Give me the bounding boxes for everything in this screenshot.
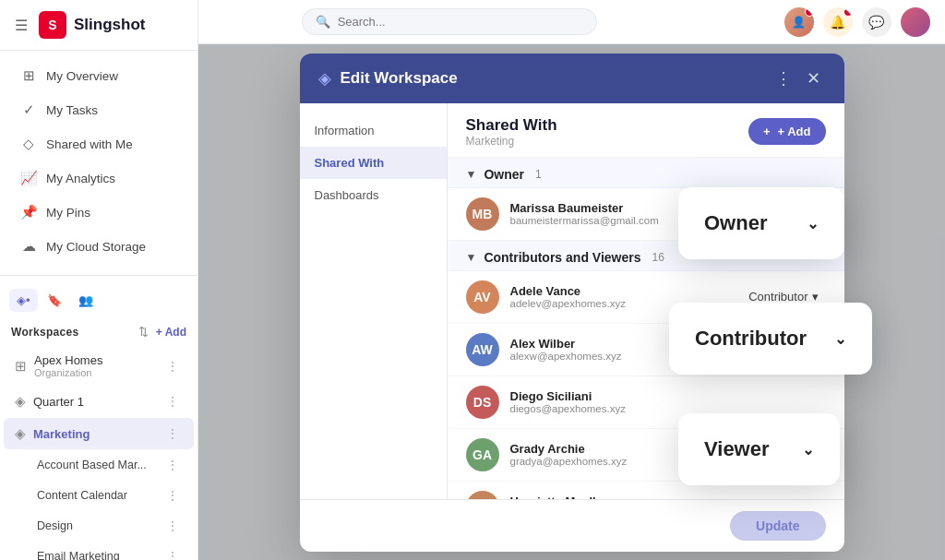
main-nav: ⊞ My Overview ✓ My Tasks ◇ Shared with M… — [0, 51, 197, 271]
sidebar-item-cloud[interactable]: ☁ My Cloud Storage — [6, 230, 192, 263]
search-box[interactable]: 🔍 — [302, 8, 597, 35]
app-logo: S — [39, 11, 66, 39]
sidebar-item-shared[interactable]: ◇ Shared with Me — [6, 127, 192, 161]
workspace-actions: ⇅ + Add — [137, 323, 186, 340]
modal-close-button[interactable]: ✕ — [801, 66, 826, 90]
sub-item-account[interactable]: Account Based Mar... ⋮ — [31, 450, 194, 480]
marketing-icon: ◈ — [15, 425, 26, 442]
sidebar-item-pins[interactable]: 📌 My Pins — [6, 196, 192, 229]
bell-icon: 🔔 — [830, 15, 845, 30]
workspace-tabs: ◈• 🔖 👥 — [0, 285, 197, 317]
apex-info: Apex Homes Organization — [34, 353, 102, 378]
apex-item-left: ⊞ Apex Homes Organization — [15, 353, 102, 378]
alex-avatar: AW — [466, 333, 499, 366]
notification-bell[interactable]: 🔔 — [823, 7, 853, 37]
marketing-name: Marketing — [33, 427, 90, 441]
contributor-option[interactable]: Contributor ⌄ — [695, 321, 846, 356]
viewer-chevron-icon: ⌄ — [802, 441, 814, 459]
sidebar-item-overview[interactable]: ⊞ My Overview — [6, 59, 192, 92]
adele-name: Adele Vance — [510, 284, 731, 298]
owner-collapse-button[interactable]: ▼ — [466, 168, 477, 181]
workspace-item-apex[interactable]: ⊞ Apex Homes Organization ⋮ — [4, 347, 194, 385]
tasks-icon: ✓ — [20, 101, 37, 118]
marketing-menu-button[interactable]: ⋮ — [162, 424, 183, 443]
email-menu[interactable]: ⋮ — [162, 547, 183, 560]
sort-button[interactable]: ⇅ — [137, 323, 150, 340]
viewer-option[interactable]: Viewer ⌄ — [704, 432, 814, 467]
modal-nav-information[interactable]: Information — [300, 114, 447, 147]
modal-main-title-group: Shared With Marketing — [466, 116, 557, 148]
ws-tab-members[interactable]: 👥 — [71, 289, 101, 312]
owner-option-owner[interactable]: Owner ⌄ — [704, 206, 819, 241]
contributor-role-dropdown-popup[interactable]: Contributor ⌄ — [669, 303, 872, 375]
pins-icon: 📌 — [20, 204, 37, 220]
pins-label: My Pins — [46, 206, 90, 220]
search-icon: 🔍 — [316, 15, 330, 29]
marketing-sub-items: Account Based Mar... ⋮ Content Calendar … — [0, 450, 197, 560]
shared-icon: ◇ — [20, 136, 37, 152]
adele-chevron-icon: ▾ — [812, 290, 819, 304]
content-menu[interactable]: ⋮ — [162, 486, 183, 505]
sidebar-item-analytics[interactable]: 📈 My Analytics — [6, 161, 192, 195]
content-label: Content Calendar — [37, 489, 127, 502]
brand-name: Slingshot — [74, 16, 145, 34]
workspace-section: ◈• 🔖 👥 Workspaces ⇅ + Add ⊞ Apex Homes O… — [0, 280, 197, 560]
owner-section-header: ▼ Owner 1 — [448, 158, 844, 188]
chat-button[interactable]: 💬 — [862, 7, 891, 37]
user-avatar[interactable] — [901, 7, 930, 37]
modal-footer: Update — [300, 499, 844, 552]
modal-header: ◈ Edit Workspace ⋮ ✕ — [300, 54, 844, 103]
design-menu[interactable]: ⋮ — [162, 517, 183, 535]
topbar-icons: 👤 🔔 💬 — [784, 7, 930, 37]
sub-item-design[interactable]: Design ⋮ — [31, 511, 194, 541]
design-label: Design — [37, 519, 73, 532]
hamburger-icon[interactable]: ☰ — [15, 17, 28, 34]
quarter1-menu-button[interactable]: ⋮ — [162, 392, 183, 411]
workspace-toolbar: Workspaces ⇅ + Add — [0, 317, 197, 346]
avatar-team[interactable]: 👤 — [784, 7, 814, 37]
adele-role: Contributor — [748, 290, 807, 304]
analytics-label: My Analytics — [46, 172, 115, 185]
owner-avatar: MB — [466, 197, 499, 231]
diego-info: Diego Siciliani diegos@apexhomes.xyz — [510, 389, 826, 414]
sidebar-header: ☰ S Slingshot — [0, 0, 197, 51]
add-icon: + — [763, 125, 771, 138]
quarter1-name: Quarter 1 — [33, 395, 84, 409]
apex-menu-button[interactable]: ⋮ — [162, 357, 183, 375]
contributors-count: 16 — [652, 251, 664, 264]
modal-more-button[interactable]: ⋮ — [775, 68, 792, 89]
diego-avatar: DS — [466, 386, 499, 419]
marketing-item-left: ◈ Marketing — [15, 425, 90, 442]
ws-tab-bookmarks[interactable]: 🔖 — [40, 289, 69, 312]
workspace-item-quarter1[interactable]: ◈ Quarter 1 ⋮ — [4, 386, 194, 417]
modal-overlay[interactable]: ◈ Edit Workspace ⋮ ✕ Information — [198, 44, 945, 560]
grady-avatar: GA — [466, 438, 499, 471]
add-member-button[interactable]: + + Add — [748, 118, 826, 145]
diego-name: Diego Siciliani — [510, 389, 826, 403]
owner-role-dropdown-popup[interactable]: Owner ⌄ — [678, 187, 844, 259]
workspace-item-marketing[interactable]: ◈ Marketing ⋮ — [4, 418, 194, 449]
contributors-collapse-button[interactable]: ▼ — [466, 251, 477, 264]
modal-nav-dashboards[interactable]: Dashboards — [300, 179, 447, 211]
modal-workspace-icon: ◈ — [318, 68, 331, 89]
bell-badge — [843, 7, 853, 17]
marketing-info: Marketing — [33, 427, 90, 441]
sidebar-item-tasks[interactable]: ✓ My Tasks — [6, 93, 192, 126]
account-menu[interactable]: ⋮ — [162, 456, 183, 474]
viewer-role-dropdown-popup[interactable]: Viewer ⌄ — [678, 413, 840, 485]
main-content: ◈ Edit Workspace ⋮ ✕ Information — [198, 44, 945, 560]
owner-chevron-icon: ⌄ — [807, 215, 819, 232]
modal-nav-shared-with[interactable]: Shared With — [300, 147, 447, 179]
ws-tab-workspaces[interactable]: ◈• — [9, 289, 38, 312]
notification-badge — [805, 7, 814, 17]
update-button[interactable]: Update — [730, 511, 825, 541]
search-input[interactable] — [338, 15, 583, 29]
sub-item-content[interactable]: Content Calendar ⋮ — [31, 481, 194, 510]
cloud-icon: ☁ — [20, 238, 37, 255]
add-workspace-button[interactable]: + Add — [156, 326, 186, 339]
modal-title: Edit Workspace — [341, 69, 458, 88]
modal-main-header: Shared With Marketing + + Add — [448, 103, 844, 158]
quarter1-info: Quarter 1 — [33, 395, 84, 409]
modal-sidebar-nav: Information Shared With Dashboards — [300, 103, 448, 499]
sub-item-email[interactable]: Email Marketing ⋮ — [31, 542, 194, 560]
